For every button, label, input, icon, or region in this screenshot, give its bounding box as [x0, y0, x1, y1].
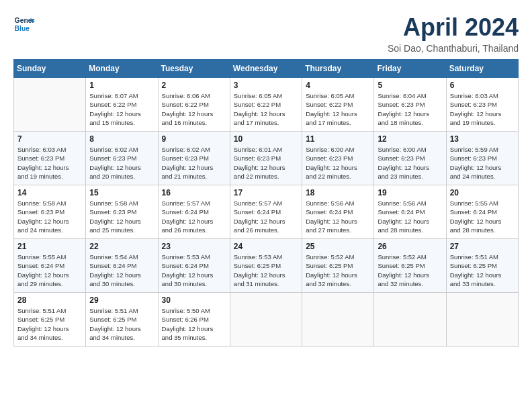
day-info: Sunrise: 5:59 AM Sunset: 6:23 PM Dayligh…: [450, 145, 515, 181]
calendar-day-cell: 26Sunrise: 5:52 AM Sunset: 6:25 PM Dayli…: [374, 239, 446, 293]
day-info: Sunrise: 5:56 AM Sunset: 6:24 PM Dayligh…: [378, 199, 442, 234]
day-number: 3: [234, 81, 298, 90]
calendar-day-cell: 15Sunrise: 5:58 AM Sunset: 6:23 PM Dayli…: [86, 185, 158, 239]
calendar-day-cell: 5Sunrise: 6:04 AM Sunset: 6:23 PM Daylig…: [374, 78, 446, 132]
day-info: Sunrise: 5:55 AM Sunset: 6:24 PM Dayligh…: [17, 253, 82, 288]
day-number: 30: [162, 295, 226, 305]
day-number: 13: [450, 134, 515, 144]
day-number: 26: [378, 242, 442, 251]
day-info: Sunrise: 5:57 AM Sunset: 6:24 PM Dayligh…: [162, 199, 226, 234]
day-info: Sunrise: 6:05 AM Sunset: 6:22 PM Dayligh…: [234, 91, 298, 127]
day-info: Sunrise: 5:53 AM Sunset: 6:24 PM Dayligh…: [162, 253, 226, 288]
calendar-day-cell: 21Sunrise: 5:55 AM Sunset: 6:24 PM Dayli…: [14, 239, 86, 293]
day-number: 29: [89, 295, 154, 305]
calendar-day-cell: 12Sunrise: 6:00 AM Sunset: 6:23 PM Dayli…: [374, 132, 446, 185]
day-info: Sunrise: 5:58 AM Sunset: 6:23 PM Dayligh…: [17, 199, 82, 234]
calendar-day-cell: 13Sunrise: 5:59 AM Sunset: 6:23 PM Dayli…: [446, 132, 518, 185]
calendar-day-cell: [302, 293, 374, 347]
day-info: Sunrise: 5:52 AM Sunset: 6:25 PM Dayligh…: [306, 253, 370, 288]
calendar-table: SundayMondayTuesdayWednesdayThursdayFrid…: [13, 59, 519, 347]
day-info: Sunrise: 6:02 AM Sunset: 6:23 PM Dayligh…: [89, 145, 154, 181]
calendar-day-cell: 28Sunrise: 5:51 AM Sunset: 6:25 PM Dayli…: [14, 293, 86, 347]
logo: General Blue: [13, 13, 35, 35]
calendar-day-cell: 10Sunrise: 6:01 AM Sunset: 6:23 PM Dayli…: [230, 132, 302, 185]
weekday-header-cell: Thursday: [302, 60, 374, 78]
month-title: April 2024: [388, 13, 519, 42]
day-info: Sunrise: 5:51 AM Sunset: 6:25 PM Dayligh…: [17, 306, 82, 342]
day-number: 11: [306, 134, 370, 144]
day-info: Sunrise: 6:05 AM Sunset: 6:22 PM Dayligh…: [306, 91, 370, 127]
weekday-header-cell: Monday: [86, 60, 158, 78]
calendar-day-cell: 25Sunrise: 5:52 AM Sunset: 6:25 PM Dayli…: [302, 239, 374, 293]
calendar-day-cell: [14, 78, 86, 132]
day-number: 9: [162, 134, 226, 144]
calendar-day-cell: 9Sunrise: 6:02 AM Sunset: 6:23 PM Daylig…: [158, 132, 230, 185]
weekday-header-cell: Tuesday: [158, 60, 230, 78]
calendar-day-cell: 7Sunrise: 6:03 AM Sunset: 6:23 PM Daylig…: [14, 132, 86, 185]
day-number: 1: [89, 81, 154, 90]
weekday-header-cell: Wednesday: [230, 60, 302, 78]
day-info: Sunrise: 5:57 AM Sunset: 6:24 PM Dayligh…: [234, 199, 298, 234]
day-number: 7: [17, 134, 82, 144]
calendar-week-row: 28Sunrise: 5:51 AM Sunset: 6:25 PM Dayli…: [14, 293, 519, 347]
day-number: 28: [17, 295, 82, 305]
day-info: Sunrise: 6:03 AM Sunset: 6:23 PM Dayligh…: [17, 145, 82, 181]
calendar-week-row: 7Sunrise: 6:03 AM Sunset: 6:23 PM Daylig…: [14, 132, 519, 185]
day-info: Sunrise: 6:00 AM Sunset: 6:23 PM Dayligh…: [306, 145, 370, 181]
day-number: 21: [17, 242, 82, 251]
day-number: 4: [306, 81, 370, 90]
day-number: 27: [450, 242, 515, 251]
day-info: Sunrise: 5:51 AM Sunset: 6:25 PM Dayligh…: [89, 306, 154, 342]
day-number: 24: [234, 242, 298, 251]
day-number: 14: [17, 188, 82, 197]
weekday-header-cell: Friday: [374, 60, 446, 78]
day-info: Sunrise: 5:50 AM Sunset: 6:26 PM Dayligh…: [162, 306, 226, 342]
day-info: Sunrise: 5:52 AM Sunset: 6:25 PM Dayligh…: [378, 253, 442, 288]
calendar-day-cell: 29Sunrise: 5:51 AM Sunset: 6:25 PM Dayli…: [86, 293, 158, 347]
calendar-day-cell: 16Sunrise: 5:57 AM Sunset: 6:24 PM Dayli…: [158, 185, 230, 239]
day-number: 5: [378, 81, 442, 90]
calendar-week-row: 21Sunrise: 5:55 AM Sunset: 6:24 PM Dayli…: [14, 239, 519, 293]
day-number: 22: [89, 242, 154, 251]
weekday-header-row: SundayMondayTuesdayWednesdayThursdayFrid…: [14, 60, 519, 78]
day-number: 20: [450, 188, 515, 197]
calendar-day-cell: 1Sunrise: 6:07 AM Sunset: 6:22 PM Daylig…: [86, 78, 158, 132]
day-number: 25: [306, 242, 370, 251]
location-subtitle: Soi Dao, Chanthaburi, Thailand: [388, 43, 519, 54]
day-number: 23: [162, 242, 226, 251]
svg-text:Blue: Blue: [15, 25, 30, 32]
weekday-header-cell: Sunday: [14, 60, 86, 78]
calendar-day-cell: [446, 293, 518, 347]
calendar-day-cell: 30Sunrise: 5:50 AM Sunset: 6:26 PM Dayli…: [158, 293, 230, 347]
calendar-day-cell: 27Sunrise: 5:51 AM Sunset: 6:25 PM Dayli…: [446, 239, 518, 293]
calendar-day-cell: 3Sunrise: 6:05 AM Sunset: 6:22 PM Daylig…: [230, 78, 302, 132]
calendar-day-cell: 2Sunrise: 6:06 AM Sunset: 6:22 PM Daylig…: [158, 78, 230, 132]
day-info: Sunrise: 6:00 AM Sunset: 6:23 PM Dayligh…: [378, 145, 442, 181]
calendar-day-cell: 22Sunrise: 5:54 AM Sunset: 6:24 PM Dayli…: [86, 239, 158, 293]
day-number: 6: [450, 81, 515, 90]
calendar-week-row: 1Sunrise: 6:07 AM Sunset: 6:22 PM Daylig…: [14, 78, 519, 132]
day-number: 10: [234, 134, 298, 144]
calendar-body: 1Sunrise: 6:07 AM Sunset: 6:22 PM Daylig…: [14, 78, 519, 347]
calendar-day-cell: 11Sunrise: 6:00 AM Sunset: 6:23 PM Dayli…: [302, 132, 374, 185]
calendar-day-cell: 8Sunrise: 6:02 AM Sunset: 6:23 PM Daylig…: [86, 132, 158, 185]
day-number: 12: [378, 134, 442, 144]
weekday-header-cell: Saturday: [446, 60, 518, 78]
calendar-day-cell: [230, 293, 302, 347]
day-info: Sunrise: 5:58 AM Sunset: 6:23 PM Dayligh…: [89, 199, 154, 234]
calendar-day-cell: 24Sunrise: 5:53 AM Sunset: 6:25 PM Dayli…: [230, 239, 302, 293]
calendar-day-cell: 4Sunrise: 6:05 AM Sunset: 6:22 PM Daylig…: [302, 78, 374, 132]
calendar-day-cell: 17Sunrise: 5:57 AM Sunset: 6:24 PM Dayli…: [230, 185, 302, 239]
calendar-day-cell: [374, 293, 446, 347]
calendar-day-cell: 20Sunrise: 5:55 AM Sunset: 6:24 PM Dayli…: [446, 185, 518, 239]
day-info: Sunrise: 5:54 AM Sunset: 6:24 PM Dayligh…: [89, 253, 154, 288]
day-info: Sunrise: 5:53 AM Sunset: 6:25 PM Dayligh…: [234, 253, 298, 288]
day-number: 18: [306, 188, 370, 197]
day-info: Sunrise: 6:01 AM Sunset: 6:23 PM Dayligh…: [234, 145, 298, 181]
day-number: 15: [89, 188, 154, 197]
day-number: 16: [162, 188, 226, 197]
calendar-day-cell: 23Sunrise: 5:53 AM Sunset: 6:24 PM Dayli…: [158, 239, 230, 293]
day-info: Sunrise: 5:55 AM Sunset: 6:24 PM Dayligh…: [450, 199, 515, 234]
logo-icon: General Blue: [13, 13, 35, 35]
day-number: 19: [378, 188, 442, 197]
